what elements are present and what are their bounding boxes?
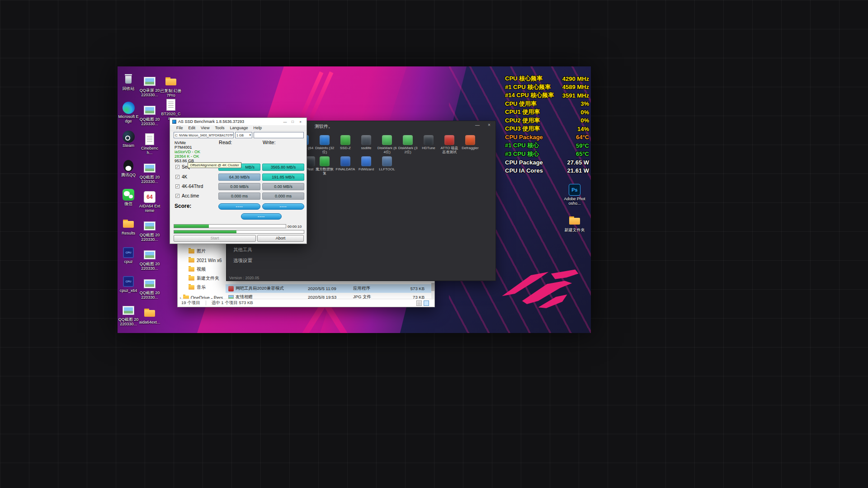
sidebar-item-label: 视频: [197, 266, 206, 272]
tool-item[interactable]: FINALDATA: [335, 156, 355, 171]
size-select[interactable]: 1 GB ▾: [235, 132, 252, 138]
monitor-row: #1 CPU 核心频率4589 MHz: [505, 83, 589, 92]
desktop-icon-folder[interactable]: 已复制 幻兽 7Pro: [160, 75, 182, 98]
desktop-icon-image[interactable]: QQ截图 20220330...: [139, 219, 160, 242]
desktop-icon-folder[interactable]: aida64ext...: [139, 306, 160, 324]
menu-help[interactable]: Help: [250, 126, 264, 130]
details-view-icon[interactable]: [416, 300, 422, 306]
checkbox[interactable]: ✓: [175, 165, 179, 169]
benchmark-row: ✓4K-64Thrd0.00 MB/s0.00 MB/s: [170, 183, 307, 190]
menu-tools[interactable]: Tools: [212, 126, 227, 130]
file-name: 网吧工具箱2020兼容模式: [236, 286, 308, 291]
monitor-row: #1 CPU 核心59°C: [505, 141, 589, 150]
desktop-icon-image[interactable]: QQ录屏 20220330...: [139, 75, 160, 97]
start-button[interactable]: Start: [174, 235, 256, 242]
desktop-icon-qq[interactable]: 腾讯QQ: [118, 159, 139, 177]
app-icon: [320, 156, 330, 166]
checkbox[interactable]: ✓: [175, 184, 179, 188]
desktop-icon-folder[interactable]: Results: [118, 217, 139, 235]
sidebar-item[interactable]: 图片: [178, 247, 226, 256]
close-icon[interactable]: ×: [297, 120, 304, 124]
tool-item-label: DiskMark (64位): [377, 146, 397, 154]
desktop-icon-label: Results: [118, 231, 139, 235]
file-row[interactable]: 网吧工具箱2020兼容模式2020/5/5 11:09应用程序573 KB: [226, 284, 431, 293]
checkbox[interactable]: ✓: [175, 175, 179, 179]
minimize-icon[interactable]: —: [473, 122, 481, 127]
monitor-label: CPU Package: [505, 134, 543, 141]
monitor-label: CPU2 使用率: [505, 117, 540, 125]
close-icon[interactable]: ×: [485, 122, 493, 127]
menu-edit[interactable]: Edit: [186, 126, 198, 130]
desktop-icon-recycle[interactable]: 回收站: [118, 72, 139, 91]
desktop-icon-wechat[interactable]: 微信: [118, 188, 139, 206]
desktop-icon-image[interactable]: QQ截图 20220330...: [139, 161, 160, 184]
desktop-icon-image[interactable]: QQ截图 20220330...: [139, 277, 160, 300]
tool-item[interactable]: SSD-Z: [335, 135, 355, 150]
tool-item[interactable]: HDTune: [419, 135, 439, 150]
desktop-icon-steam[interactable]: Steam: [118, 130, 139, 148]
wechat-icon: [123, 189, 134, 201]
tool-item[interactable]: DiskMark (32位): [398, 135, 418, 154]
tool-item[interactable]: Defraggler: [460, 135, 480, 150]
read-value-cell: 0.00 MB/s: [218, 183, 260, 190]
desktop-icon-doc[interactable]: Cinebench...: [139, 132, 160, 155]
scrollbar-thumb[interactable]: [431, 283, 434, 291]
tool-item[interactable]: ssdlife: [356, 135, 376, 150]
image-icon: [144, 250, 156, 259]
sidebar-item[interactable]: 音乐: [178, 283, 226, 292]
tool-item[interactable]: 魔方数据恢复: [315, 156, 335, 175]
tool-item[interactable]: ATTO 磁盘基准测试: [439, 135, 459, 154]
benchmark-row-label: 4K-64Thrd: [182, 184, 203, 189]
drive-select[interactable]: C: NVMe Micron_3400_MTFDKBA1T0TFH ▾: [174, 132, 234, 138]
monitor-label: #1 CPU 核心: [505, 141, 539, 150]
desktop-icon-image[interactable]: QQ截图 20220330...: [118, 304, 139, 326]
checkbox[interactable]: ✓: [175, 194, 179, 198]
view-toggles: [416, 300, 429, 306]
sidebar-item[interactable]: 视频: [178, 265, 226, 274]
app-icon: [361, 156, 371, 166]
sidebar-item[interactable]: 2021 Win x6: [178, 256, 226, 265]
monitor-value: 3591 MHz: [562, 92, 589, 99]
app-icon: [382, 156, 392, 166]
desktop-icon-chip[interactable]: CPUcpuz_x64: [118, 275, 139, 293]
maximize-icon[interactable]: □: [289, 120, 297, 124]
write-value-cell: 3565.80 MB/s: [262, 164, 304, 171]
edge-icon: [123, 102, 135, 114]
desktop-icon-ps[interactable]: PsAdobe Photosho...: [564, 183, 585, 206]
desktop-icon-image[interactable]: QQ截图 20220330...: [139, 248, 160, 271]
menu-file[interactable]: File: [174, 126, 186, 130]
tool-item[interactable]: Diskinfo (32位): [315, 135, 335, 154]
hardware-monitor-overlay: CPU 核心频率4290 MHz#1 CPU 核心频率4589 MHz#14 C…: [505, 75, 589, 175]
thumbnail-view-icon[interactable]: [424, 300, 429, 306]
abort-button[interactable]: Abort: [257, 235, 304, 242]
desktop-icon-label: 腾讯QQ: [118, 173, 139, 177]
tool-item[interactable]: LLFTOOL: [377, 156, 397, 171]
monitor-row: CPU1 使用率0%: [505, 108, 589, 117]
app-icon: [320, 135, 330, 145]
assd-menu-bar: FileEditViewToolsLanguageHelp: [170, 125, 307, 131]
monitor-row: #3 CPU 核心65°C: [505, 150, 589, 159]
desktop-icon-edge[interactable]: Microsoft Edge: [118, 101, 139, 123]
tool-item[interactable]: FdWizard: [356, 156, 376, 171]
toolbox-menu-options[interactable]: 选项设置: [233, 258, 252, 264]
ps-icon: Ps: [569, 184, 580, 196]
desktop-icon-label: aida64ext...: [139, 320, 160, 324]
item-count: 19 个项目: [181, 300, 200, 306]
scrollbar[interactable]: [431, 283, 434, 300]
desktop-icon-image[interactable]: QQ截图 20220330...: [139, 103, 160, 126]
menu-view[interactable]: View: [198, 126, 212, 130]
sidebar-item-label: 图片: [197, 248, 206, 254]
folder-icon: [143, 306, 156, 319]
desktop-icon-label: cpuz_x64: [118, 288, 139, 293]
monitor-row: CPU 核心频率4290 MHz: [505, 75, 589, 83]
sidebar-item[interactable]: 新建文件夹: [178, 274, 226, 283]
menu-language[interactable]: Language: [227, 126, 250, 130]
tool-item[interactable]: DiskMark (64位): [377, 135, 397, 154]
desktop-icon-chip[interactable]: CPUcpuz: [118, 246, 139, 264]
desktop-icon-folder[interactable]: 新建文件夹: [564, 214, 585, 232]
monitor-value: 0%: [580, 109, 589, 116]
desktop-icon-aida[interactable]: 64AIDA64 Extreme: [139, 190, 160, 213]
toolbox-menu-other-tools[interactable]: 其他工具: [233, 247, 252, 253]
desktop-icon-label: QQ录屏 20220330...: [139, 88, 160, 97]
minimize-icon[interactable]: —: [281, 120, 289, 124]
